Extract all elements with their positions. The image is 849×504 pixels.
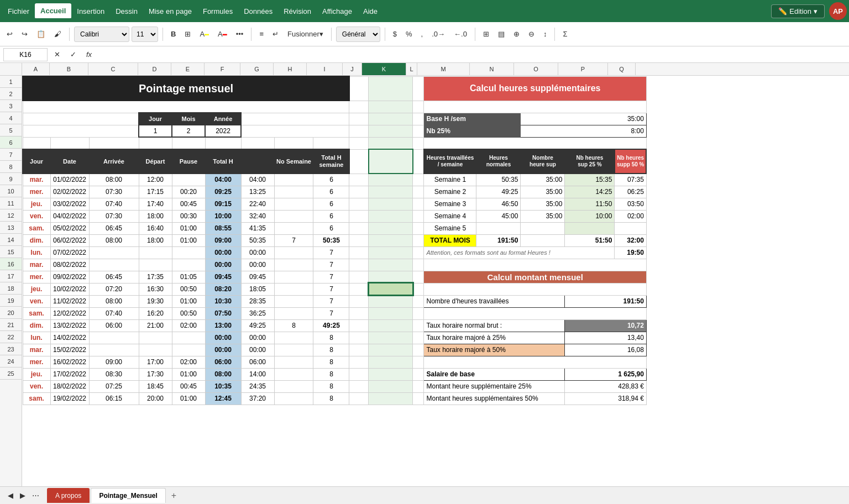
cell-k6[interactable]: [369, 149, 413, 174]
cell-f16[interactable]: 08:20: [205, 283, 241, 295]
font-size-selector[interactable]: 11: [132, 27, 158, 42]
cell-b17[interactable]: 11/02/2022: [50, 295, 89, 307]
cell-k4[interactable]: [369, 125, 413, 137]
col-header-nb-h-50[interactable]: Nb heuressupp 50 %: [615, 149, 646, 174]
cell-a16[interactable]: jeu.: [23, 283, 50, 295]
cell-montant-25[interactable]: 428,83 €: [565, 380, 646, 392]
cell-j17[interactable]: [349, 295, 369, 307]
cell-i22[interactable]: 8: [313, 356, 349, 368]
cell-l11[interactable]: [413, 222, 424, 234]
cell-m11[interactable]: Semaine 5: [424, 222, 476, 234]
cell-i8[interactable]: 6: [313, 186, 349, 198]
cell-e9[interactable]: 00:45: [172, 198, 205, 210]
cell-k16[interactable]: [369, 283, 413, 295]
cell-k19[interactable]: [369, 319, 413, 332]
cell-j7[interactable]: [349, 174, 369, 186]
cell-h14[interactable]: [274, 259, 313, 271]
cell-h13[interactable]: [274, 246, 313, 259]
cell-g22[interactable]: 06:00: [241, 356, 274, 368]
cell-h19[interactable]: 8: [274, 319, 313, 332]
cell-c21[interactable]: [89, 344, 139, 356]
decrease-decimal[interactable]: ←.0: [450, 28, 470, 40]
cell-taux-50[interactable]: 16,08: [565, 344, 646, 356]
cell-g23[interactable]: 14:00: [241, 368, 274, 380]
row-num-2[interactable]: 2: [0, 88, 22, 100]
cell-j4[interactable]: [349, 125, 369, 137]
add-sheet-button[interactable]: +: [167, 489, 181, 503]
cell-c17[interactable]: 08:00: [89, 295, 139, 307]
sum-button[interactable]: Σ: [559, 28, 570, 40]
cell-j12[interactable]: [349, 234, 369, 246]
col-header-nb-h-25[interactable]: Nb heuressup 25 %: [565, 149, 615, 174]
cell-c16[interactable]: 07:20: [89, 283, 139, 295]
cell-p8[interactable]: 14:25: [565, 186, 615, 198]
cell-h25[interactable]: [274, 392, 313, 405]
delete-button[interactable]: ⊖: [525, 28, 538, 40]
row-num-22[interactable]: 22: [0, 331, 22, 343]
cell-taux-normal[interactable]: 10,72: [565, 319, 646, 332]
cell-b10[interactable]: 04/02/2022: [50, 210, 89, 222]
cell-a19[interactable]: dim.: [23, 319, 50, 332]
cell-b16[interactable]: 10/02/2022: [50, 283, 89, 295]
cell-e7[interactable]: [172, 174, 205, 186]
cell-k11[interactable]: [369, 222, 413, 234]
cell-h16[interactable]: [274, 283, 313, 295]
cell-k22[interactable]: [369, 356, 413, 368]
row-num-3[interactable]: 3: [0, 100, 22, 112]
col-header-h-normales[interactable]: Heuresnormales: [476, 149, 521, 174]
cell-h8[interactable]: [274, 186, 313, 198]
comma-button[interactable]: ,: [418, 28, 427, 40]
cell-j8[interactable]: [349, 186, 369, 198]
cell-g16[interactable]: 18:05: [241, 283, 274, 295]
cell-k9[interactable]: [369, 198, 413, 210]
cell-g24[interactable]: 24:35: [241, 380, 274, 392]
cell-total-nb25[interactable]: 32:00: [615, 234, 646, 246]
cell-j23[interactable]: [349, 368, 369, 380]
cell-d16[interactable]: 16:30: [139, 283, 172, 295]
row-num-13[interactable]: 13: [0, 222, 22, 234]
col-header-e[interactable]: E: [171, 63, 205, 75]
cell-i17[interactable]: 7: [313, 295, 349, 307]
col-header-h[interactable]: H: [274, 63, 307, 75]
row-num-25[interactable]: 25: [0, 368, 22, 380]
cell-j14[interactable]: [349, 259, 369, 271]
col-header-depart[interactable]: Départ: [139, 149, 172, 174]
row-num-14[interactable]: 14: [0, 234, 22, 246]
cell-l20[interactable]: [413, 332, 424, 344]
cell-f12[interactable]: 09:00: [205, 234, 241, 246]
cell-c8[interactable]: 07:30: [89, 186, 139, 198]
cell-e5[interactable]: [172, 137, 205, 149]
cell-n11[interactable]: [476, 222, 521, 234]
cell-b11[interactable]: 05/02/2022: [50, 222, 89, 234]
cell-i14[interactable]: 7: [313, 259, 349, 271]
cell-b5[interactable]: [50, 137, 89, 149]
cell-h20[interactable]: [274, 332, 313, 344]
cell-l10[interactable]: [413, 210, 424, 222]
cell-total-htrav[interactable]: 191:50: [476, 234, 521, 246]
cell-j9[interactable]: [349, 198, 369, 210]
cell-l1[interactable]: [413, 76, 424, 101]
col-header-i[interactable]: I: [307, 63, 343, 75]
cell-k12[interactable]: [369, 234, 413, 246]
cell-d8[interactable]: 17:15: [139, 186, 172, 198]
cell-f14[interactable]: 00:00: [205, 259, 241, 271]
cell-j20[interactable]: [349, 332, 369, 344]
menu-aide[interactable]: Aide: [358, 4, 383, 19]
cell-j15[interactable]: [349, 271, 369, 283]
cell-c14[interactable]: [89, 259, 139, 271]
cell-k14[interactable]: [369, 259, 413, 271]
cell-j13[interactable]: [349, 246, 369, 259]
cell-d12[interactable]: 18:00: [139, 234, 172, 246]
cell-mois-val[interactable]: 2: [172, 125, 205, 137]
cell-e19[interactable]: 02:00: [172, 319, 205, 332]
cell-h7[interactable]: [274, 174, 313, 186]
cell-e16[interactable]: 00:50: [172, 283, 205, 295]
cell-i25[interactable]: 8: [313, 392, 349, 405]
cell-d15[interactable]: 17:35: [139, 271, 172, 283]
cell-o7[interactable]: 35:00: [521, 174, 565, 186]
cell-c19[interactable]: 06:00: [89, 319, 139, 332]
cell-d9[interactable]: 17:40: [139, 198, 172, 210]
cell-e13[interactable]: [172, 246, 205, 259]
cell-h10[interactable]: [274, 210, 313, 222]
cell-b23[interactable]: 17/02/2022: [50, 368, 89, 380]
